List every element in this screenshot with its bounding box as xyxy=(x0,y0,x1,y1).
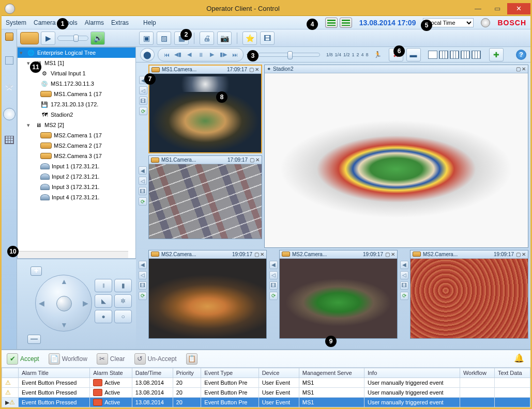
ptz-joystick[interactable]: ▲ ▼ ◀ ▶ xyxy=(35,275,92,332)
layout-3x3[interactable] xyxy=(450,51,459,59)
main-toolbar: ▣ ▨ ▦ 🖨 📷 ⭐ 🎞 xyxy=(136,29,530,47)
add-pane-button[interactable]: ✚ xyxy=(489,48,504,61)
pane4-video xyxy=(149,259,266,338)
pane1-max[interactable]: ▢ xyxy=(249,67,254,72)
menu-system[interactable]: System xyxy=(6,19,26,26)
pane2-max[interactable]: ▢ xyxy=(516,66,521,72)
menu-extras[interactable]: Extras xyxy=(111,19,129,26)
maximize-button[interactable]: ▭ xyxy=(488,3,506,14)
callout-6: 6 xyxy=(393,45,405,57)
callout-3: 3 xyxy=(247,50,259,61)
pane3-max[interactable]: ▢ xyxy=(250,157,254,163)
rail-grid-icon[interactable] xyxy=(5,136,14,144)
col-workflow: Workflow xyxy=(460,368,494,378)
settings-gear-icon[interactable] xyxy=(481,18,490,27)
snapshot-button[interactable]: 📷 xyxy=(217,32,232,45)
help-button[interactable]: ? xyxy=(516,50,526,60)
pane6-video xyxy=(411,259,528,338)
audio-button[interactable]: 🔊 xyxy=(90,32,105,45)
rail-map-icon[interactable] xyxy=(5,56,13,65)
ptz-preset-2[interactable]: ▮ xyxy=(114,279,132,292)
pane3-tool-rec[interactable]: ⟳ xyxy=(139,197,147,206)
fast-fwd-button[interactable]: ⏭ xyxy=(230,50,240,60)
rail-tree-icon[interactable] xyxy=(5,33,13,41)
print-button[interactable]: 🖨 xyxy=(200,32,214,45)
unaccept-button[interactable]: ↺Un-Accept xyxy=(134,353,177,365)
pane3-tool-b[interactable]: ◁ xyxy=(139,177,147,185)
playback-mode-button[interactable]: ▶ xyxy=(41,32,55,45)
record-button[interactable]: ⬤ xyxy=(140,48,155,61)
ptz-zoom-out-button[interactable]: — xyxy=(27,335,41,344)
alarm-row: ⚠ Event Button Pressed Active 13.08.2014… xyxy=(2,378,530,388)
pane1-tool-rec[interactable]: ⟳ xyxy=(139,107,147,115)
alarm-document-button[interactable]: 📋 xyxy=(186,353,197,365)
pane3-tool-c[interactable]: 🎞 xyxy=(139,187,147,195)
play-button[interactable]: ▶ xyxy=(207,50,217,60)
compass-icon[interactable] xyxy=(3,108,16,120)
video-pane-5[interactable]: ◀◁🎞⟳ MS2.Camera...19:09:17▢✕ xyxy=(279,250,398,339)
layout-5x5[interactable] xyxy=(472,51,481,59)
workflow-button[interactable]: 📄Workflow xyxy=(49,353,87,365)
logical-tree[interactable]: ▾🌐Enterprise Logical Tree ▾🖥MS1 [1] ⚙Vir… xyxy=(17,47,136,259)
accept-button[interactable]: ✔Accept xyxy=(7,353,39,365)
layout-2x2[interactable] xyxy=(439,51,448,59)
close-button[interactable]: ✕ xyxy=(507,3,530,14)
video-pane-3[interactable]: ◀◁🎞⟳ MS1.Camera...17:09:17▢✕ xyxy=(148,155,262,239)
pane5-title: MS2.Camera... xyxy=(292,251,327,257)
speed-slider[interactable] xyxy=(258,53,320,57)
pane2-title: Stadion2 xyxy=(273,66,293,72)
sequence-button[interactable]: 🎞 xyxy=(260,32,275,45)
alarm-bell-icon[interactable]: 🔔 xyxy=(514,353,525,365)
play-back-button[interactable]: ◀ xyxy=(184,50,194,60)
layout-4x4[interactable] xyxy=(461,51,470,59)
clear-button[interactable]: ✂Clear xyxy=(97,353,125,365)
video-pane-1[interactable]: ◀◁🎞⟳ MS1.Camera...17:09:17▢✕ xyxy=(148,65,262,153)
favorites-star-icon[interactable]: ★ xyxy=(5,80,14,92)
alarm-toolbar: ✔Accept 📄Workflow ✂Clear ↺Un-Accept 📋 🔔 xyxy=(2,350,530,368)
alarm-table[interactable]: Alarm Title Alarm State Date/Time Priori… xyxy=(2,368,530,407)
single-pane-button[interactable]: ▬ xyxy=(406,48,421,61)
pane1-close[interactable]: ✕ xyxy=(255,67,259,72)
col-prio: Priority xyxy=(173,368,201,378)
ptz-zoom-in-button[interactable]: + xyxy=(31,266,42,276)
favorite-button[interactable]: ⭐ xyxy=(242,32,257,45)
callout-4: 4 xyxy=(307,19,318,30)
layout-1x1[interactable] xyxy=(428,51,437,59)
ptz-preset-1[interactable]: ⦀ xyxy=(95,279,112,292)
ptz-preset-6[interactable]: ○ xyxy=(114,310,132,323)
tree-scrollbar-x[interactable] xyxy=(18,251,128,258)
video-grid: ◀◁🎞⟳ MS1.Camera...17:09:17▢✕ ◀◁🎞⟳ MS1.Ca… xyxy=(136,62,530,349)
pane3-tool-a[interactable]: ◀ xyxy=(139,166,147,175)
col-info: Info xyxy=(364,368,460,378)
tree-ms2: MS2 [2] xyxy=(44,122,64,128)
ptz-panel: + ▲ ▼ ◀ ▶ — ⦀ ▮ ◣ ✲ ● ○ xyxy=(17,259,136,349)
step-back-button[interactable]: ◀▮ xyxy=(173,50,183,60)
pane2-close[interactable]: ✕ xyxy=(522,66,526,72)
camera-mode-button[interactable] xyxy=(20,32,39,44)
ptz-preset-3[interactable]: ◣ xyxy=(95,294,112,308)
menu-camera[interactable]: Camera xyxy=(34,19,56,26)
minimize-button[interactable]: — xyxy=(469,3,487,14)
video-pane-6[interactable]: ◀◁🎞⟳ MS2.Camera...19:09:17▢✕ xyxy=(410,250,528,339)
pause-button[interactable]: ⏸ xyxy=(195,50,206,60)
video-pane-4[interactable]: ◀◁🎞⟳ MS2.Camera...19:09:17▢✕ xyxy=(148,250,267,339)
menu-alarms[interactable]: Alarms xyxy=(85,19,104,26)
tree-volume-slider[interactable] xyxy=(57,36,88,41)
step-fwd-button[interactable]: ▮▶ xyxy=(218,50,229,60)
resource-indicators xyxy=(325,18,352,28)
menu-help[interactable]: Help xyxy=(143,19,156,26)
alarm-row: ⚠ Event Button Pressed Active 13.08.2014… xyxy=(2,388,530,398)
pane1-tool-b[interactable]: ◁ xyxy=(139,86,147,95)
fast-rewind-button[interactable]: ⏮ xyxy=(161,50,172,60)
tool-screen-a[interactable]: ▣ xyxy=(139,32,154,45)
callout-9: 9 xyxy=(325,336,337,347)
tool-screen-b[interactable]: ▨ xyxy=(157,32,171,45)
tree-ms2-2: MS2.Camera 3 (17 xyxy=(54,153,102,159)
pane2-map[interactable] xyxy=(265,73,528,247)
pane1-tool-c[interactable]: 🎞 xyxy=(139,97,147,105)
video-pane-2[interactable]: ✦Stadion2▢✕ xyxy=(264,65,528,248)
pane3-close[interactable]: ✕ xyxy=(255,157,260,163)
ptz-joystick-center[interactable] xyxy=(56,296,72,311)
ptz-preset-5[interactable]: ● xyxy=(95,310,112,323)
ptz-preset-4[interactable]: ✲ xyxy=(114,294,132,308)
